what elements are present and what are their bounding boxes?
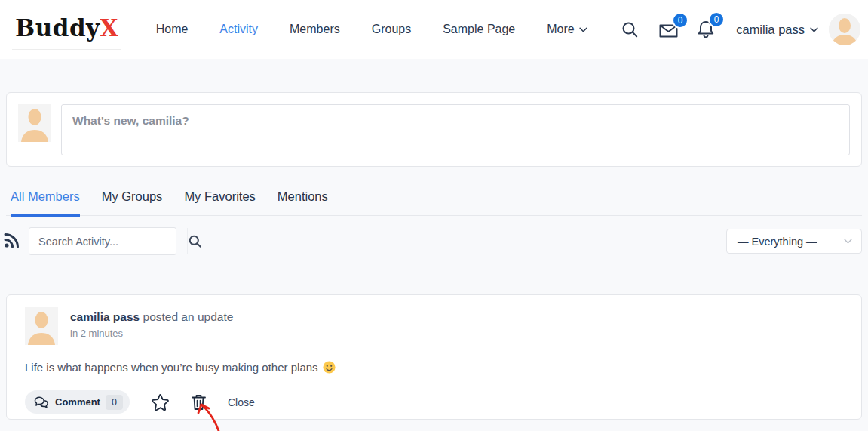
nav-item-label: More — [547, 23, 574, 36]
logo-text-accent: X — [100, 14, 118, 42]
nav-item[interactable]: Sample Page — [443, 23, 515, 36]
avatar-silhouette — [18, 104, 51, 142]
messages-button[interactable]: 0 — [658, 20, 679, 38]
comment-button[interactable]: Comment 0 — [25, 390, 130, 414]
nav-item[interactable]: Activity — [219, 23, 258, 36]
post-action-text: posted an update — [140, 310, 233, 323]
post-header: camilia pass posted an update in 2 minut… — [25, 307, 843, 345]
favorite-button[interactable] — [152, 393, 170, 411]
activity-tab[interactable]: My Favorites — [184, 185, 255, 217]
notifications-button[interactable]: 0 — [697, 20, 715, 39]
logo-text-primary: Buddy — [15, 14, 100, 42]
filter-selected-value: — Everything — — [738, 236, 844, 248]
tab-label: My Favorites — [184, 189, 255, 203]
tab-label: My Groups — [102, 189, 163, 203]
post-timestamp[interactable]: in 2 minutes — [70, 328, 233, 339]
comment-button-label: Comment — [55, 396, 100, 408]
rss-feed-button[interactable] — [4, 232, 20, 251]
nav-item-label: Members — [290, 23, 340, 36]
activity-tab[interactable]: All Members — [11, 185, 80, 217]
chevron-down-icon — [844, 239, 852, 244]
chevron-down-icon — [810, 27, 818, 32]
comment-bubbles-icon — [33, 396, 50, 409]
user-menu[interactable]: camilia pass — [736, 23, 818, 37]
slightly-smiling-face-emoji — [323, 361, 336, 374]
composer-avatar — [18, 104, 51, 142]
post-content: Life is what happens when you’re busy ma… — [25, 361, 843, 374]
nav-item-label: Home — [156, 23, 189, 36]
nav-item[interactable]: Groups — [372, 23, 411, 36]
activity-search-box — [29, 227, 176, 255]
activity-tabs: All Members My Groups My Favorites Menti… — [6, 185, 862, 216]
delete-button[interactable] — [192, 394, 206, 411]
search-icon — [188, 234, 202, 248]
trash-icon — [192, 394, 206, 411]
activity-search-input[interactable] — [29, 228, 187, 254]
nav-item-label: Sample Page — [443, 23, 515, 36]
nav-item[interactable]: More — [547, 23, 587, 36]
post-composer-card — [6, 92, 862, 167]
avatar-silhouette — [25, 307, 58, 345]
comment-count-badge: 0 — [106, 395, 123, 410]
buddyx-activity-page: BuddyX Home Activity Members — [0, 0, 868, 431]
chevron-down-icon — [579, 27, 587, 32]
site-header: BuddyX Home Activity Members — [0, 0, 868, 59]
activity-filter-row: — Everything — — [0, 226, 868, 255]
search-icon — [621, 20, 639, 38]
nav-item-label: Activity — [219, 23, 258, 36]
user-avatar[interactable] — [829, 14, 860, 45]
avatar-silhouette — [829, 14, 860, 45]
post-actions: Comment 0 Close — [25, 390, 843, 414]
site-logo[interactable]: BuddyX — [12, 10, 121, 50]
activity-tab[interactable]: My Groups — [102, 185, 163, 217]
messages-count-badge[interactable]: 0 — [672, 12, 689, 29]
post-author-link[interactable]: camilia pass — [70, 310, 140, 323]
close-link[interactable]: Close — [228, 396, 255, 408]
post-author-avatar[interactable] — [25, 307, 58, 345]
tab-label: All Members — [11, 189, 80, 203]
activity-tab[interactable]: Mentions — [278, 185, 328, 217]
main-nav: Home Activity Members Groups — [156, 23, 587, 36]
activity-filter-select[interactable]: — Everything — — [726, 229, 862, 254]
nav-item[interactable]: Members — [290, 23, 340, 36]
post-text: Life is what happens when you’re busy ma… — [25, 361, 318, 374]
nav-item[interactable]: Home — [156, 23, 189, 36]
activity-search-submit[interactable] — [187, 228, 202, 254]
nav-item-label: Groups — [372, 23, 411, 36]
header-search-button[interactable] — [621, 20, 639, 38]
post-title: camilia pass posted an update — [70, 310, 233, 324]
post-header-text: camilia pass posted an update in 2 minut… — [70, 307, 233, 345]
user-name: camilia pass — [736, 23, 805, 37]
tab-label: Mentions — [278, 189, 328, 203]
header-right: 0 0 camilia pass — [621, 14, 860, 45]
notifications-count-badge[interactable]: 0 — [708, 11, 725, 28]
star-icon — [152, 393, 170, 411]
activity-post: camilia pass posted an update in 2 minut… — [6, 294, 862, 420]
rss-icon — [4, 232, 20, 248]
whats-new-input[interactable] — [61, 104, 850, 155]
